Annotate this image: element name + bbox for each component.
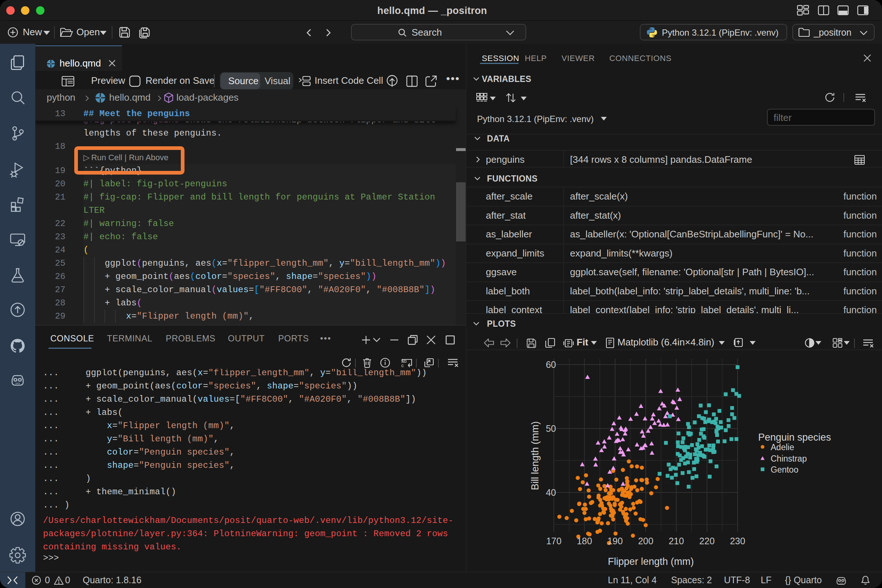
svg-text:Penguin species: Penguin species: [758, 432, 831, 443]
svg-text:60: 60: [546, 359, 556, 370]
svg-text:c: c: [401, 363, 404, 368]
svg-text:200: 200: [638, 536, 653, 546]
svg-text:170: 170: [546, 536, 561, 546]
svg-text:Gentoo: Gentoo: [771, 465, 798, 474]
svg-text:Bill length (mm): Bill length (mm): [530, 421, 541, 490]
svg-text:Adelie: Adelie: [771, 442, 794, 452]
svg-text:40: 40: [546, 487, 556, 498]
svg-text:190: 190: [608, 536, 623, 546]
svg-text:230: 230: [730, 536, 745, 546]
svg-text:Chinstrap: Chinstrap: [771, 454, 807, 464]
svg-text:Flipper length (mm): Flipper length (mm): [608, 556, 694, 567]
svg-text:210: 210: [669, 536, 684, 546]
svg-text:50: 50: [546, 423, 556, 434]
svg-text:180: 180: [577, 536, 592, 546]
svg-text:220: 220: [699, 536, 715, 546]
